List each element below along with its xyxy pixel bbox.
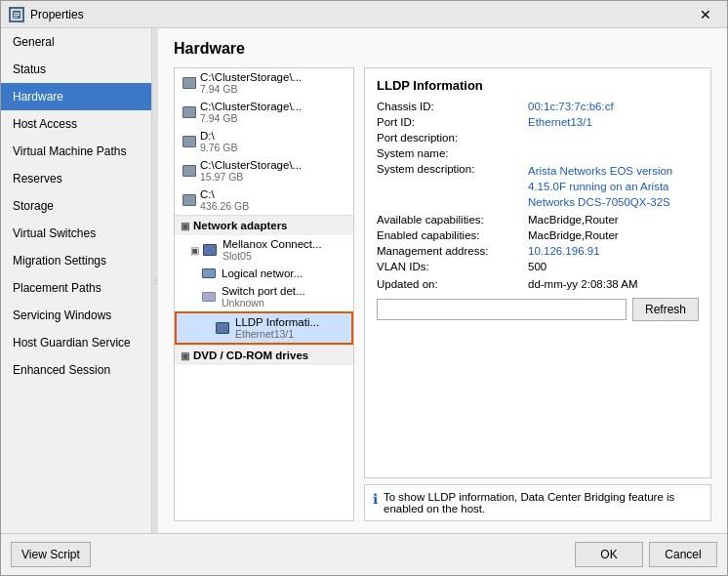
sidebar-item-enhanced[interactable]: Enhanced Session <box>1 356 151 384</box>
sidebar-item-storage[interactable]: Storage <box>1 192 151 220</box>
properties-window: Properties ✕ General Status Hardware Hos… <box>0 0 728 576</box>
disk-size-4: 15.97 GB <box>200 171 302 183</box>
sidebar-item-general[interactable]: General <box>1 28 151 56</box>
disk-icon-5 <box>182 194 196 206</box>
mgmt-addr-label: Management address: <box>377 245 528 257</box>
title-bar: Properties ✕ <box>1 1 727 28</box>
tree-switch-port[interactable]: Switch port det... Unknown <box>175 282 353 311</box>
info-row-sys-name: System name: <box>377 147 699 159</box>
sidebar-item-vm-paths[interactable]: Virtual Machine Paths <box>1 138 151 165</box>
disk-path-3: D:\ <box>200 130 238 142</box>
disk-icon-1 <box>182 77 196 89</box>
svg-rect-3 <box>14 17 18 18</box>
switch-port-label: Switch port det... <box>222 285 305 297</box>
tree-lldp[interactable]: LLDP Informati... Ethernet13/1 <box>175 311 353 345</box>
logical-network-icon <box>202 268 216 278</box>
info-row-chassis: Chassis ID: 00:1c:73:7c:b6:cf <box>377 101 699 112</box>
sidebar-item-hardware[interactable]: Hardware <box>1 83 151 110</box>
sidebar: General Status Hardware Host Access Virt… <box>1 28 152 533</box>
info-row-sys-desc: System description: Arista Networks EOS … <box>377 163 699 210</box>
tree-disk-5[interactable]: C:\ 436.26 GB <box>175 185 353 215</box>
info-note-text: To show LLDP information, Data Center Br… <box>384 491 703 514</box>
ok-button[interactable]: OK <box>575 542 643 567</box>
mellanox-label: Mellanox Connect... <box>222 238 322 250</box>
info-panel: LLDP Information Chassis ID: 00:1c:73:7c… <box>364 67 711 521</box>
avail-cap-value: MacBridge,Router <box>528 214 619 226</box>
dvd-collapse-icon: ▣ <box>181 350 189 361</box>
disk-size-1: 7.94 GB <box>200 83 302 95</box>
info-row-port: Port ID: Ethernet13/1 <box>377 116 699 128</box>
switch-port-icon <box>202 292 216 302</box>
disk-size-2: 7.94 GB <box>200 112 302 124</box>
updated-value: dd-mm-yy 2:08:38 AM <box>528 278 637 290</box>
hardware-tree[interactable]: C:\ClusterStorage\... 7.94 GB C:\Cluster… <box>174 67 354 521</box>
mellanox-icon <box>203 244 217 256</box>
enabled-cap-label: Enabled capabilities: <box>377 229 528 241</box>
sidebar-item-status[interactable]: Status <box>1 56 151 83</box>
refresh-row: Refresh <box>377 298 699 321</box>
sys-desc-label: System description: <box>377 163 528 210</box>
window-title: Properties <box>30 8 692 21</box>
expand-mellanox-icon: ▣ <box>190 245 199 256</box>
port-id-value: Ethernet13/1 <box>528 116 592 128</box>
cancel-button[interactable]: Cancel <box>649 542 717 567</box>
collapse-icon: ▣ <box>181 221 189 231</box>
disk-size-3: 9.76 GB <box>200 142 238 153</box>
tree-logical-network[interactable]: Logical networ... <box>175 265 353 282</box>
sidebar-item-virtual-switches[interactable]: Virtual Switches <box>1 220 151 247</box>
info-row-enabled-cap: Enabled capabilities: MacBridge,Router <box>377 229 699 241</box>
main-content: Hardware C:\ClusterStorage\... 7.94 GB <box>158 28 727 533</box>
svg-rect-1 <box>14 13 20 14</box>
sidebar-item-guardian[interactable]: Host Guardian Service <box>1 329 151 356</box>
sys-desc-value: Arista Networks EOS version 4.15.0F runn… <box>528 163 699 210</box>
window-icon <box>9 7 24 22</box>
svg-rect-2 <box>14 15 20 16</box>
lldp-sub: Ethernet13/1 <box>235 328 319 340</box>
info-icon: ℹ <box>373 491 378 507</box>
mellanox-sub: Slot05 <box>222 250 322 262</box>
main-body: C:\ClusterStorage\... 7.94 GB C:\Cluster… <box>174 67 711 521</box>
sys-name-label: System name: <box>377 147 528 159</box>
port-desc-label: Port description: <box>377 132 528 144</box>
sidebar-item-host-access[interactable]: Host Access <box>1 110 151 138</box>
tree-mellanox[interactable]: ▣ Mellanox Connect... Slot05 <box>175 235 353 265</box>
disk-path-4: C:\ClusterStorage\... <box>200 159 302 171</box>
updated-label: Updated on: <box>377 278 528 290</box>
disk-size-5: 436.26 GB <box>200 200 249 212</box>
dvd-header[interactable]: ▣ DVD / CD-ROM drives <box>175 345 353 365</box>
info-row-updated: Updated on: dd-mm-yy 2:08:38 AM <box>377 278 699 290</box>
lldp-info-title: LLDP Information <box>377 78 699 93</box>
content-area: General Status Hardware Host Access Virt… <box>1 28 727 533</box>
disk-icon-2 <box>182 106 196 118</box>
info-row-port-desc: Port description: <box>377 132 699 144</box>
tree-disk-3[interactable]: D:\ 9.76 GB <box>175 127 353 156</box>
refresh-input[interactable] <box>377 299 627 320</box>
lldp-label: LLDP Informati... <box>235 316 319 328</box>
tree-disk-4[interactable]: C:\ClusterStorage\... 15.97 GB <box>175 156 353 185</box>
sidebar-item-migration[interactable]: Migration Settings <box>1 247 151 274</box>
chassis-id-value: 00:1c:73:7c:b6:cf <box>528 101 614 112</box>
section-title: Hardware <box>174 40 711 58</box>
switch-port-sub: Unknown <box>222 297 305 309</box>
avail-cap-label: Available capabilities: <box>377 214 528 226</box>
sidebar-item-servicing[interactable]: Servicing Windows <box>1 302 151 329</box>
sidebar-item-placement[interactable]: Placement Paths <box>1 274 151 302</box>
network-adapters-label: Network adapters <box>193 220 288 231</box>
disk-path-5: C:\ <box>200 188 249 200</box>
close-button[interactable]: ✕ <box>692 1 719 28</box>
sidebar-item-reserves[interactable]: Reserves <box>1 165 151 192</box>
vlan-value: 500 <box>528 261 546 272</box>
vlan-label: VLAN IDs: <box>377 261 528 272</box>
logical-label: Logical networ... <box>222 267 303 279</box>
info-row-mgmt: Management address: 10.126.196.91 <box>377 245 699 257</box>
footer: View Script OK Cancel <box>1 533 727 575</box>
info-row-vlan: VLAN IDs: 500 <box>377 261 699 272</box>
view-script-button[interactable]: View Script <box>11 542 91 567</box>
disk-icon-4 <box>182 165 196 177</box>
tree-disk-1[interactable]: C:\ClusterStorage\... 7.94 GB <box>175 68 353 98</box>
disk-path-2: C:\ClusterStorage\... <box>200 101 302 112</box>
tree-disk-2[interactable]: C:\ClusterStorage\... 7.94 GB <box>175 98 353 127</box>
disk-icon-3 <box>182 136 196 147</box>
refresh-button[interactable]: Refresh <box>632 298 699 321</box>
network-adapters-header[interactable]: ▣ Network adapters <box>175 215 353 235</box>
